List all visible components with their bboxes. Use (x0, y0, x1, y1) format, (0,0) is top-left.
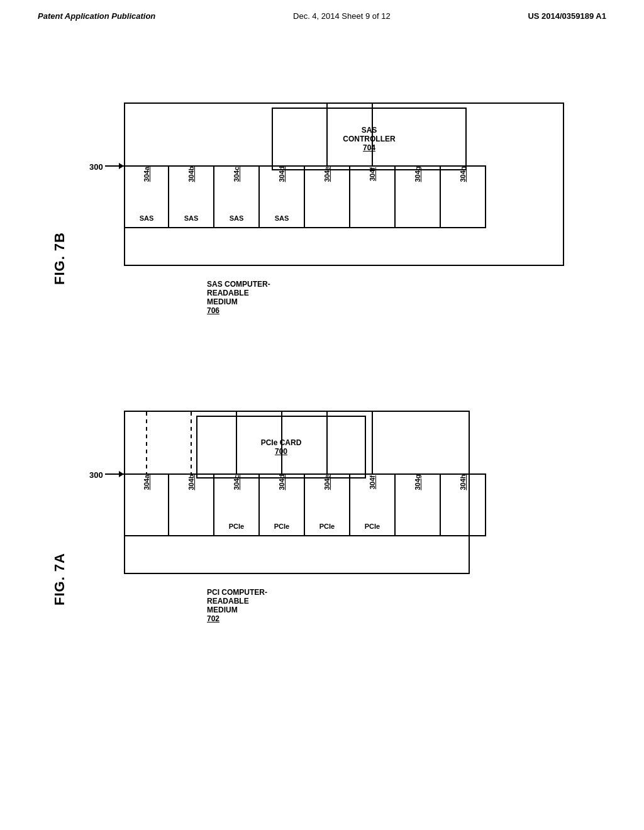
drive-connection-line (372, 104, 373, 167)
main-content: FIG. 7B 300 SAS COMPUTER- READABLE MEDIU… (0, 27, 644, 643)
fig7a-drive-slot: 304g (396, 473, 441, 536)
drive-connection-line (236, 412, 237, 475)
drive-label: 304d (278, 166, 286, 182)
drive-label: 304g (414, 474, 421, 490)
fig7b-drive-slot: 304g (396, 165, 441, 228)
fig7a-arrow300 (105, 473, 124, 475)
fig7b-ref300: 300 (89, 162, 103, 172)
header-date-sheet: Dec. 4, 2014 Sheet 9 of 12 (293, 11, 391, 21)
drive-connection-line (326, 412, 328, 475)
fig7a-drive-slot: 304b (169, 473, 214, 536)
drive-sub-label: SAS (275, 214, 289, 222)
page-header: Patent Application Publication Dec. 4, 2… (0, 0, 644, 27)
fig7b-drive-slot: 304f (350, 165, 396, 228)
drive-label: 304c (233, 475, 240, 490)
drive-label: 304g (414, 166, 421, 182)
fig7a-drive-slot: 304dPCIe (260, 473, 305, 536)
drive-sub-label: SAS (184, 214, 199, 222)
fig7b-drives-row: 304aSAS304bSAS304cSAS304dSAS304e304f304g… (124, 165, 486, 228)
drive-connection-line-dashed (146, 412, 147, 475)
fig7a-drive-slot: 304cPCIe (214, 473, 260, 536)
drive-label: 304a (143, 475, 150, 490)
fig7a-diagram: FIG. 7A 300 PCI COMPUTER- READABLE MEDIU… (52, 348, 592, 631)
fig7b-drive-slot: 304cSAS (214, 165, 260, 228)
drive-label: 304b (187, 166, 195, 182)
drive-sub-label: PCIe (229, 523, 244, 530)
fig7a-drive-slot: 304fPCIe (350, 473, 396, 536)
drive-connection-line (326, 104, 328, 167)
drive-sub-label: PCIe (365, 523, 380, 530)
drive-label: 304h (459, 474, 467, 490)
drive-sub-label: SAS (140, 214, 154, 222)
fig7a-label: FIG. 7A (52, 553, 68, 606)
fig7b-crm-label: SAS COMPUTER- READABLE MEDIUM 706 (207, 280, 270, 315)
fig7a-drive-slot: 304ePCIe (305, 473, 350, 536)
fig7a-crm-label: PCI COMPUTER- READABLE MEDIUM 702 (207, 588, 267, 623)
drive-label: 304f (369, 475, 376, 489)
drive-sub-label: PCIe (319, 523, 335, 530)
drive-label: 304a (143, 167, 150, 182)
fig7a-drive-slot: 304a (124, 473, 169, 536)
fig7b-drive-slot: 304e (305, 165, 350, 228)
fig7b-drive-slot: 304h (441, 165, 486, 228)
drive-connection-line-dashed (191, 412, 192, 475)
fig7a-ref300: 300 (89, 470, 103, 480)
header-publication-label: Patent Application Publication (38, 11, 155, 21)
drive-label: 304c (233, 167, 240, 182)
drive-label: 304e (323, 475, 331, 490)
header-patent-number: US 2014/0359189 A1 (528, 11, 606, 21)
drive-connection-line (281, 412, 282, 475)
drive-label: 304f (369, 167, 376, 181)
drive-label: 304b (187, 474, 195, 490)
fig7b-drive-slot: 304dSAS (260, 165, 305, 228)
drive-label: 304e (323, 167, 331, 182)
fig7b-drive-slot: 304aSAS (124, 165, 169, 228)
fig7b-controller-label: SAS CONTROLLER 704 (343, 126, 395, 152)
fig7a-drives-row: 304a304b304cPCIe304dPCIe304ePCIe304fPCIe… (124, 473, 486, 536)
fig7b-drive-slot: 304bSAS (169, 165, 214, 228)
drive-label: 304h (459, 166, 467, 182)
fig7b-diagram: FIG. 7B 300 SAS COMPUTER- READABLE MEDIU… (52, 40, 592, 310)
fig7b-arrow300 (105, 165, 124, 167)
drive-sub-label: SAS (230, 214, 244, 222)
drive-label: 304d (278, 474, 286, 490)
fig7a-drive-slot: 304h (441, 473, 486, 536)
fig7b-label: FIG. 7B (52, 232, 68, 285)
drive-sub-label: PCIe (274, 523, 289, 530)
drive-connection-line (372, 412, 373, 475)
fig7b-controller-box: SAS CONTROLLER 704 (272, 108, 467, 170)
